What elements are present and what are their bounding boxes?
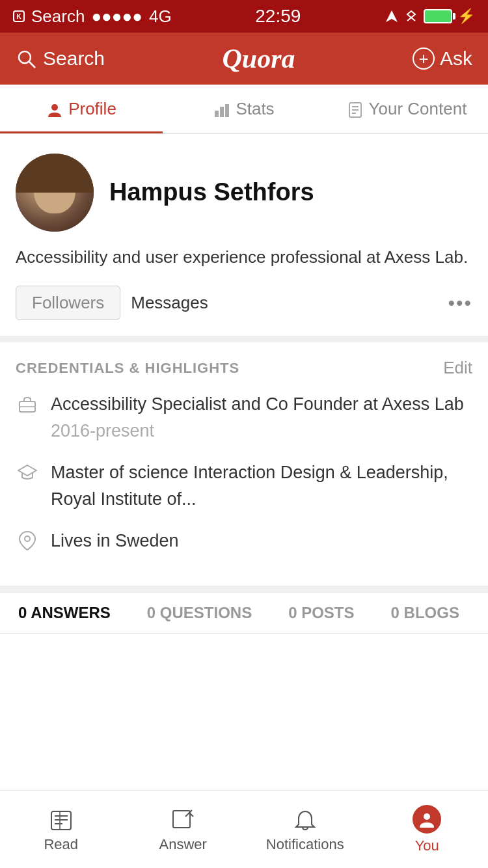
credential-work: Accessibility Specialist and Co Founder …: [16, 391, 472, 444]
app-header: Search Quora + Ask: [0, 33, 488, 85]
person-icon: [46, 102, 63, 118]
profile-section: Hampus Sethfors Accessibility and user e…: [0, 134, 488, 336]
credential-location-text: Lives in Sweden: [51, 528, 179, 554]
svg-text:K: K: [16, 13, 21, 20]
search-icon: [16, 48, 36, 69]
section-divider-1: [0, 336, 488, 342]
carrier-icon: K: [13, 10, 25, 22]
profile-tabs: Profile Stats Your Content: [0, 85, 488, 134]
nav-notifications[interactable]: Notifications: [244, 791, 366, 868]
bluetooth-icon: [404, 9, 418, 23]
battery-icon: [424, 9, 452, 23]
more-options-button[interactable]: •••: [448, 292, 472, 314]
messages-button[interactable]: Messages: [131, 293, 208, 313]
tab-stats-label: Stats: [236, 99, 274, 119]
answer-label: Answer: [159, 836, 207, 853]
answer-icon: [171, 806, 195, 832]
document-icon: [347, 102, 364, 118]
profile-bio: Accessibility and user experience profes…: [16, 245, 472, 270]
search-button[interactable]: Search: [16, 47, 105, 70]
status-time: 22:59: [255, 6, 301, 27]
education-icon: [18, 463, 37, 482]
search-label: Search: [43, 47, 105, 70]
nav-you[interactable]: You: [366, 791, 489, 868]
nav-read[interactable]: Read: [0, 791, 122, 868]
briefcase-icon: [16, 392, 39, 414]
answer-nav-icon: [171, 809, 195, 832]
svg-point-5: [51, 104, 58, 111]
plus-icon: +: [413, 47, 435, 70]
svg-point-3: [19, 51, 31, 63]
location-icon: [385, 9, 399, 23]
pin-icon: [18, 530, 36, 551]
content-tab-posts[interactable]: 0 POSTS: [270, 593, 372, 633]
work-icon: [18, 394, 37, 414]
app-logo: Quora: [223, 43, 295, 74]
profile-name: Hampus Sethfors: [109, 178, 314, 208]
read-label: Read: [44, 836, 78, 853]
ask-button[interactable]: + Ask: [413, 47, 472, 70]
content-tab-activity[interactable]: ACT: [478, 593, 488, 633]
credentials-title: CREDENTIALS & HIGHLIGHTS: [16, 360, 239, 377]
signal-dots: ●●●●●: [91, 7, 142, 27]
svg-rect-8: [225, 104, 229, 117]
svg-marker-15: [18, 465, 36, 476]
tab-profile[interactable]: Profile: [0, 85, 163, 133]
status-right: ⚡: [385, 8, 475, 25]
posts-tab-label: 0 POSTS: [288, 604, 354, 622]
profile-actions: Followers Messages •••: [16, 286, 472, 320]
notifications-icon: [293, 806, 317, 832]
content-tabs: 0 ANSWERS 0 QUESTIONS 0 POSTS 0 BLOGS AC…: [0, 592, 488, 634]
svg-rect-6: [215, 111, 219, 117]
credentials-section: CREDENTIALS & HIGHLIGHTS Edit Accessibil…: [0, 342, 488, 586]
you-avatar: [413, 805, 441, 834]
followers-button[interactable]: Followers: [16, 286, 120, 320]
bar-chart-icon: [213, 102, 230, 118]
avatar: [16, 154, 94, 232]
profile-top: Hampus Sethfors: [16, 154, 472, 232]
network-label: 4G: [149, 7, 172, 27]
svg-marker-2: [386, 10, 398, 22]
read-icon: [49, 806, 73, 832]
nav-answer[interactable]: Answer: [122, 791, 245, 868]
graduation-icon: [16, 461, 39, 482]
content-tab-questions[interactable]: 0 QUESTIONS: [129, 593, 270, 633]
content-tab-icon: [347, 100, 364, 118]
you-avatar-icon: [417, 809, 437, 829]
stats-tab-icon: [213, 100, 230, 118]
profile-tab-icon: [46, 100, 63, 118]
tab-your-content[interactable]: Your Content: [325, 85, 488, 133]
tab-your-content-label: Your Content: [369, 99, 467, 119]
status-bar: K Search ●●●●● 4G 22:59 ⚡: [0, 0, 488, 33]
bottom-nav: Read Answer Notifications You: [0, 790, 488, 868]
svg-rect-7: [220, 107, 224, 117]
answers-tab-label: 0 ANSWERS: [18, 604, 111, 622]
blogs-tab-label: 0 BLOGS: [391, 604, 459, 622]
section-divider-2: [0, 586, 488, 592]
content-tab-answers[interactable]: 0 ANSWERS: [0, 593, 129, 633]
ask-label: Ask: [440, 47, 472, 70]
tab-profile-label: Profile: [68, 99, 116, 119]
tab-stats[interactable]: Stats: [163, 85, 325, 133]
credentials-header: CREDENTIALS & HIGHLIGHTS Edit: [16, 358, 472, 378]
credential-education-text: Master of science Interaction Design & L…: [51, 459, 472, 512]
svg-point-16: [25, 536, 30, 541]
work-date: 2016-present: [51, 421, 154, 441]
content-tab-blogs[interactable]: 0 BLOGS: [373, 593, 478, 633]
charging-icon: ⚡: [457, 8, 475, 25]
questions-tab-label: 0 QUESTIONS: [147, 604, 252, 622]
edit-credentials-button[interactable]: Edit: [443, 358, 472, 378]
svg-line-4: [29, 62, 35, 68]
you-label: You: [415, 837, 439, 854]
carrier-label: Search: [31, 7, 85, 27]
content-area: [0, 634, 488, 803]
credential-education: Master of science Interaction Design & L…: [16, 459, 472, 512]
svg-point-25: [424, 813, 430, 820]
svg-rect-22: [173, 811, 190, 828]
notifications-label: Notifications: [266, 836, 344, 853]
avatar-image: [16, 154, 94, 232]
bell-icon: [293, 809, 317, 832]
location-pin-icon: [16, 529, 39, 551]
credential-work-text: Accessibility Specialist and Co Founder …: [51, 391, 472, 444]
credential-location: Lives in Sweden: [16, 528, 472, 554]
